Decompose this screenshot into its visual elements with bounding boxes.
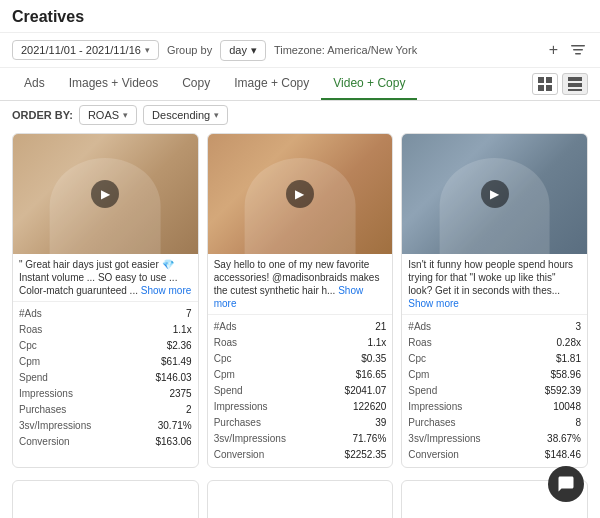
stat-row-conversion: Conversion $163.06 (19, 434, 192, 450)
impressions-label: Impressions (19, 386, 73, 402)
spend-label: Spend (214, 383, 243, 399)
3sv-label: 3sv/Impressions (214, 431, 286, 447)
spend-value: $2041.07 (345, 383, 387, 399)
roas-value: 1.1x (367, 335, 386, 351)
sort-field-button[interactable]: ROAS ▾ (79, 105, 137, 125)
bottom-card-1[interactable] (12, 480, 199, 518)
svg-rect-5 (538, 85, 544, 91)
stat-row-cpc: Cpc $1.81 (408, 351, 581, 367)
ads-label: #Ads (214, 319, 237, 335)
cpc-label: Cpc (408, 351, 426, 367)
stat-row-spend: Spend $146.03 (19, 370, 192, 386)
impressions-value: 10048 (553, 399, 581, 415)
date-range-button[interactable]: 2021/11/01 - 2021/11/16 ▾ (12, 40, 159, 60)
roas-value: 0.28x (557, 335, 581, 351)
conversion-label: Conversion (19, 434, 70, 450)
cpc-value: $2.36 (167, 338, 192, 354)
creative-card-1: ▶ " Great hair days just got easier 💎 In… (12, 133, 199, 468)
stat-row-roas: Roas 1.1x (214, 335, 387, 351)
filter-icon (570, 42, 586, 58)
play-button[interactable]: ▶ (286, 180, 314, 208)
svg-rect-2 (575, 53, 581, 55)
cpm-value: $58.96 (550, 367, 581, 383)
creative-card-3: ▶ Isn't it funny how people spend hours … (401, 133, 588, 468)
tab-ads[interactable]: Ads (12, 68, 57, 100)
sort-direction-button[interactable]: Descending ▾ (143, 105, 228, 125)
card-stats: #Ads 21 Roas 1.1x Cpc $0.35 Cpm $16.65 S… (208, 315, 393, 467)
impressions-value: 2375 (169, 386, 191, 402)
card-image[interactable]: ▶ (13, 134, 198, 254)
3sv-label: 3sv/Impressions (19, 418, 91, 434)
conversion-label: Conversion (214, 447, 265, 463)
ads-label: #Ads (408, 319, 431, 335)
tab-copy[interactable]: Copy (170, 68, 222, 100)
list-view-button[interactable] (562, 73, 588, 95)
show-more-link[interactable]: Show more (408, 298, 459, 309)
svg-rect-8 (568, 83, 582, 87)
stat-row-ads: #Ads 7 (19, 306, 192, 322)
grid-view-button[interactable] (532, 73, 558, 95)
ads-label: #Ads (19, 306, 42, 322)
sort-field-value: ROAS (88, 109, 119, 121)
purchases-value: 39 (375, 415, 386, 431)
card-image[interactable]: ▶ (208, 134, 393, 254)
show-more-link[interactable]: Show more (214, 285, 364, 309)
sort-field-arrow-icon: ▾ (123, 110, 128, 120)
cpm-label: Cpm (408, 367, 429, 383)
3sv-label: 3sv/Impressions (408, 431, 480, 447)
stat-row-ads: #Ads 3 (408, 319, 581, 335)
ads-value: 21 (375, 319, 386, 335)
stat-row-roas: Roas 1.1x (19, 322, 192, 338)
timezone-label: Timezone: America/New York (274, 44, 417, 56)
roas-label: Roas (408, 335, 431, 351)
ads-value: 7 (186, 306, 192, 322)
group-by-button[interactable]: day ▾ (220, 40, 266, 61)
stat-row-ads: #Ads 21 (214, 319, 387, 335)
cpc-label: Cpc (19, 338, 37, 354)
list-icon (568, 77, 582, 91)
tab-images-videos[interactable]: Images + Videos (57, 68, 171, 100)
3sv-value: 38.67% (547, 431, 581, 447)
stat-row-cpc: Cpc $0.35 (214, 351, 387, 367)
bottom-card-2[interactable] (207, 480, 394, 518)
stat-row-cpm: Cpm $16.65 (214, 367, 387, 383)
conversion-value: $148.46 (545, 447, 581, 463)
grid-icon (538, 77, 552, 91)
conversion-value: $2252.35 (345, 447, 387, 463)
3sv-value: 71.76% (352, 431, 386, 447)
stat-row-impressions: Impressions 2375 (19, 386, 192, 402)
cpm-value: $16.65 (356, 367, 387, 383)
group-by-label: Group by (167, 44, 212, 56)
group-by-arrow-icon: ▾ (251, 44, 257, 57)
purchases-label: Purchases (214, 415, 261, 431)
cpc-value: $0.35 (361, 351, 386, 367)
spend-value: $146.03 (156, 370, 192, 386)
sort-direction-value: Descending (152, 109, 210, 121)
purchases-value: 2 (186, 402, 192, 418)
add-icon: + (549, 41, 558, 59)
roas-label: Roas (19, 322, 42, 338)
cards-grid: ▶ " Great hair days just got easier 💎 In… (0, 133, 600, 480)
spend-value: $592.39 (545, 383, 581, 399)
group-by-value: day (229, 44, 247, 56)
filter-button[interactable] (568, 40, 588, 60)
tab-video-copy[interactable]: Video + Copy (321, 68, 417, 100)
tab-image-copy[interactable]: Image + Copy (222, 68, 321, 100)
card-image[interactable]: ▶ (402, 134, 587, 254)
svg-rect-4 (546, 77, 552, 83)
stat-row-3sv: 3sv/Impressions 38.67% (408, 431, 581, 447)
svg-rect-7 (568, 77, 582, 81)
svg-rect-9 (568, 89, 582, 91)
show-more-link[interactable]: Show more (141, 285, 192, 296)
stat-row-cpm: Cpm $61.49 (19, 354, 192, 370)
play-button[interactable]: ▶ (481, 180, 509, 208)
stat-row-conversion: Conversion $148.46 (408, 447, 581, 463)
spend-label: Spend (19, 370, 48, 386)
chat-button[interactable] (548, 466, 584, 502)
svg-rect-3 (538, 77, 544, 83)
tabs-container: Ads Images + Videos Copy Image + Copy Vi… (0, 68, 600, 101)
cpm-label: Cpm (19, 354, 40, 370)
card-stats: #Ads 3 Roas 0.28x Cpc $1.81 Cpm $58.96 S… (402, 315, 587, 467)
play-button[interactable]: ▶ (91, 180, 119, 208)
add-button[interactable]: + (547, 39, 560, 61)
